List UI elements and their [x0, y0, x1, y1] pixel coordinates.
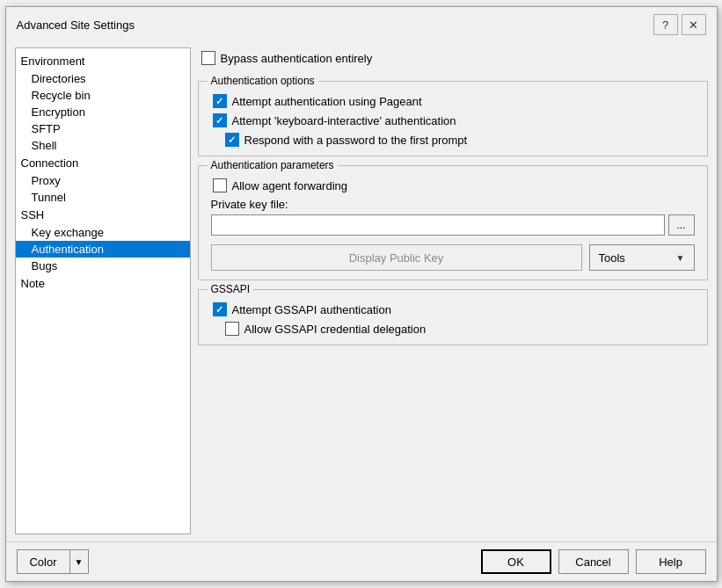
opt3-row: Respond with a password to the first pro… [223, 133, 695, 147]
tree-panel: Environment Directories Recycle bin Encr… [15, 47, 191, 534]
content-area: Environment Directories Recycle bin Encr… [6, 40, 717, 541]
opt3-checkbox[interactable] [225, 133, 239, 147]
private-key-input[interactable] [211, 214, 665, 236]
sidebar-item-encryption[interactable]: Encryption [16, 104, 190, 120]
help-button[interactable]: Help [636, 549, 706, 574]
sidebar-item-authentication[interactable]: Authentication [16, 241, 190, 258]
color-dropdown-button[interactable]: ▼ [69, 549, 89, 574]
gssapi-section-label: GSSAPI [208, 283, 254, 295]
gssapi-opt1-row: Attempt GSSAPI authentication [211, 302, 695, 316]
opt2-label: Attempt 'keyboard-interactive' authentic… [232, 114, 456, 127]
tools-dropdown-arrow: ▼ [676, 253, 685, 263]
allow-agent-row: Allow agent forwarding [211, 178, 695, 192]
gssapi-opt2-row: Allow GSSAPI credential delegation [223, 322, 695, 336]
bypass-row: Bypass authentication entirely [198, 47, 708, 65]
sidebar-item-sftp[interactable]: SFTP [16, 120, 190, 137]
action-row: Display Public Key Tools ▼ [211, 244, 695, 271]
auth-options-section: Authentication options Attempt authentic… [198, 81, 708, 156]
bypass-checkbox[interactable] [201, 51, 215, 65]
cancel-button[interactable]: Cancel [558, 549, 629, 574]
footer-right: OK Cancel Help [481, 549, 706, 574]
opt2-row: Attempt 'keyboard-interactive' authentic… [211, 113, 695, 127]
sidebar-item-recycle-bin[interactable]: Recycle bin [16, 87, 190, 104]
browse-button[interactable]: ... [668, 214, 695, 236]
gssapi-opt2-checkbox[interactable] [225, 322, 239, 336]
gssapi-opt1-label: Attempt GSSAPI authentication [232, 303, 391, 316]
dialog-title: Advanced Site Settings [17, 18, 135, 32]
opt1-row: Attempt authentication using Pageant [211, 94, 695, 108]
color-button[interactable]: Color [17, 549, 69, 574]
close-button[interactable]: ✕ [682, 14, 706, 35]
allow-agent-checkbox[interactable] [213, 178, 227, 192]
opt1-label: Attempt authentication using Pageant [232, 95, 422, 108]
allow-agent-label: Allow agent forwarding [232, 179, 348, 192]
sidebar-item-connection[interactable]: Connection [16, 154, 190, 172]
sidebar-item-note[interactable]: Note [16, 274, 190, 293]
opt1-checkbox[interactable] [213, 94, 227, 108]
sidebar-item-environment[interactable]: Environment [16, 52, 190, 70]
auth-params-section: Authentication parameters Allow agent fo… [198, 165, 708, 280]
gssapi-opt2-label: Allow GSSAPI credential delegation [244, 323, 427, 336]
footer-left: Color ▼ [17, 549, 89, 574]
private-key-row: ... [211, 214, 695, 236]
opt3-label: Respond with a password to the first pro… [244, 134, 468, 147]
title-bar-controls: ? ✕ [653, 14, 706, 35]
footer: Color ▼ OK Cancel Help [6, 541, 717, 581]
help-title-button[interactable]: ? [653, 14, 678, 35]
tools-button[interactable]: Tools ▼ [589, 244, 695, 271]
right-panel: Bypass authentication entirely Authentic… [198, 47, 708, 534]
sidebar-item-shell[interactable]: Shell [16, 137, 190, 154]
sidebar-item-key-exchange[interactable]: Key exchange [16, 224, 190, 241]
private-key-label: Private key file: [211, 198, 695, 211]
auth-options-section-label: Authentication options [208, 75, 318, 87]
display-public-key-button[interactable]: Display Public Key [211, 244, 582, 271]
sidebar-item-directories[interactable]: Directories [16, 70, 190, 87]
sidebar-item-bugs[interactable]: Bugs [16, 258, 190, 274]
sidebar-item-proxy[interactable]: Proxy [16, 172, 190, 189]
gssapi-opt1-checkbox[interactable] [213, 302, 227, 316]
advanced-site-settings-dialog: Advanced Site Settings ? ✕ Environment D… [5, 6, 718, 582]
auth-params-section-label: Authentication parameters [208, 159, 338, 171]
sidebar-item-ssh[interactable]: SSH [16, 206, 190, 224]
sidebar-item-tunnel[interactable]: Tunnel [16, 189, 190, 206]
tools-label: Tools [599, 251, 625, 265]
ok-button[interactable]: OK [481, 549, 551, 574]
title-bar: Advanced Site Settings ? ✕ [6, 7, 717, 40]
opt2-checkbox[interactable] [213, 113, 227, 127]
color-button-group: Color ▼ [17, 549, 89, 574]
gssapi-section: GSSAPI Attempt GSSAPI authentication All… [198, 289, 708, 345]
bypass-label: Bypass authentication entirely [221, 52, 373, 65]
